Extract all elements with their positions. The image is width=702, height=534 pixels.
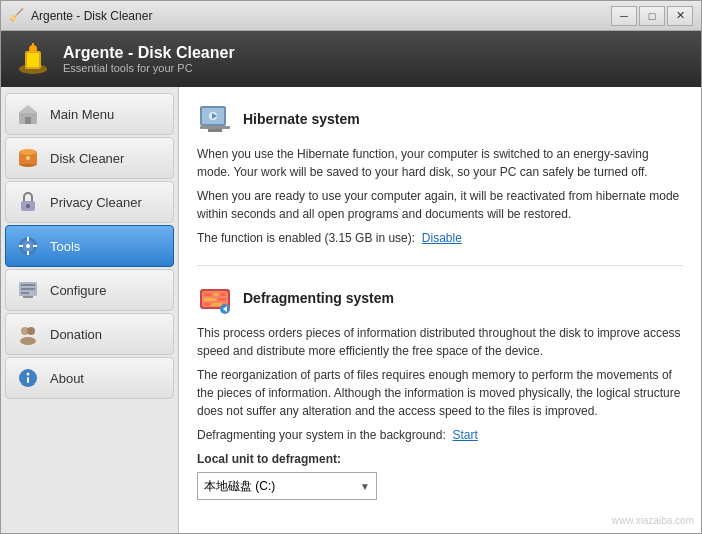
svg-rect-22 [21,284,35,286]
disk-cleaner-icon [14,144,42,172]
close-button[interactable]: ✕ [667,6,693,26]
hibernate-para2: When you are ready to use your computer … [197,187,683,223]
svg-rect-19 [19,245,23,247]
sidebar-item-configure[interactable]: Configure [5,269,174,311]
svg-rect-18 [27,251,29,255]
sidebar-item-about[interactable]: About [5,357,174,399]
svg-rect-31 [27,377,29,383]
svg-rect-25 [23,296,33,298]
sidebar-item-disk-cleaner[interactable]: Disk Cleaner [5,137,174,179]
window-controls: ─ □ ✕ [611,6,693,26]
hibernate-header: Hibernate system [197,101,683,137]
local-unit-dropdown[interactable]: 本地磁盘 (C:) ▼ [197,472,377,500]
sidebar-label-donation: Donation [50,327,102,342]
defrag-status-text: Defragmenting your system in the backgro… [197,428,446,442]
header-icon [13,39,53,79]
svg-rect-24 [21,292,29,294]
svg-rect-17 [27,237,29,241]
content-area: Hibernate system When you use the Hibern… [179,87,701,534]
title-bar: 🧹 Argente - Disk Cleaner ─ □ ✕ [1,1,701,31]
sidebar-label-main-menu: Main Menu [50,107,114,122]
sidebar-label-tools: Tools [50,239,80,254]
svg-rect-40 [204,293,212,296]
defrag-para1: This process orders pieces of informatio… [197,324,683,360]
defrag-para2: The reorganization of parts of files req… [197,366,683,420]
sidebar-item-main-menu[interactable]: Main Menu [5,93,174,135]
svg-rect-34 [200,126,230,129]
home-icon [14,100,42,128]
svg-rect-41 [214,293,218,296]
hibernate-icon [197,101,233,137]
svg-point-13 [26,204,30,208]
svg-rect-42 [220,293,226,296]
sidebar-item-donation[interactable]: Donation [5,313,174,355]
tools-icon [14,232,42,260]
svg-point-3 [29,45,37,53]
hibernate-disable-link[interactable]: Disable [422,231,462,245]
hibernate-section: Hibernate system When you use the Hibern… [197,101,683,245]
hibernate-title: Hibernate system [243,111,360,127]
section-divider [197,265,683,266]
svg-point-16 [26,244,30,248]
svg-point-27 [27,327,35,335]
local-unit-label: Local unit to defragment: [197,452,683,466]
svg-rect-43 [204,298,216,301]
hibernate-status-text: The function is enabled (3.15 GB in use)… [197,231,415,245]
minimize-button[interactable]: ─ [611,6,637,26]
header-texts: Argente - Disk Cleaner Essential tools f… [63,44,235,74]
defrag-section: Defragmenting system This process orders… [197,280,683,500]
hibernate-para1: When you use the Hibernate function, you… [197,145,683,181]
svg-point-11 [26,156,30,160]
defrag-icon [197,280,233,316]
main-layout: Main Menu Disk Cleaner [1,87,701,534]
watermark: www.xiazaiba.com [612,515,694,526]
svg-point-10 [19,149,37,155]
header-subtitle: Essential tools for your PC [63,62,235,74]
maximize-button[interactable]: □ [639,6,665,26]
hibernate-status: The function is enabled (3.15 GB in use)… [197,231,683,245]
donation-icon [14,320,42,348]
defrag-status: Defragmenting your system in the backgro… [197,428,683,442]
defrag-body: This process orders pieces of informatio… [197,324,683,420]
defrag-title: Defragmenting system [243,290,394,306]
svg-rect-45 [204,303,210,306]
svg-rect-7 [25,117,31,124]
svg-point-28 [20,337,36,345]
dropdown-value: 本地磁盘 (C:) [204,478,275,495]
sidebar-item-privacy-cleaner[interactable]: Privacy Cleaner [5,181,174,223]
privacy-icon [14,188,42,216]
app-header: Argente - Disk Cleaner Essential tools f… [1,31,701,87]
sidebar-label-privacy-cleaner: Privacy Cleaner [50,195,142,210]
title-bar-text: Argente - Disk Cleaner [31,9,611,23]
svg-point-30 [27,373,30,376]
about-icon [14,364,42,392]
svg-marker-6 [18,105,38,113]
configure-icon [14,276,42,304]
svg-rect-46 [212,303,222,306]
sidebar-label-disk-cleaner: Disk Cleaner [50,151,124,166]
svg-rect-23 [21,288,35,290]
svg-rect-20 [33,245,37,247]
hibernate-body: When you use the Hibernate function, you… [197,145,683,223]
sidebar-label-about: About [50,371,84,386]
header-title: Argente - Disk Cleaner [63,44,235,62]
svg-rect-35 [208,129,222,132]
defrag-start-link[interactable]: Start [452,428,477,442]
sidebar-label-configure: Configure [50,283,106,298]
app-icon: 🧹 [9,8,25,24]
sidebar: Main Menu Disk Cleaner [1,87,179,534]
svg-rect-2 [27,53,39,67]
chevron-down-icon: ▼ [360,481,370,492]
sidebar-item-tools[interactable]: Tools [5,225,174,267]
defrag-header: Defragmenting system [197,280,683,316]
svg-rect-44 [218,298,226,301]
